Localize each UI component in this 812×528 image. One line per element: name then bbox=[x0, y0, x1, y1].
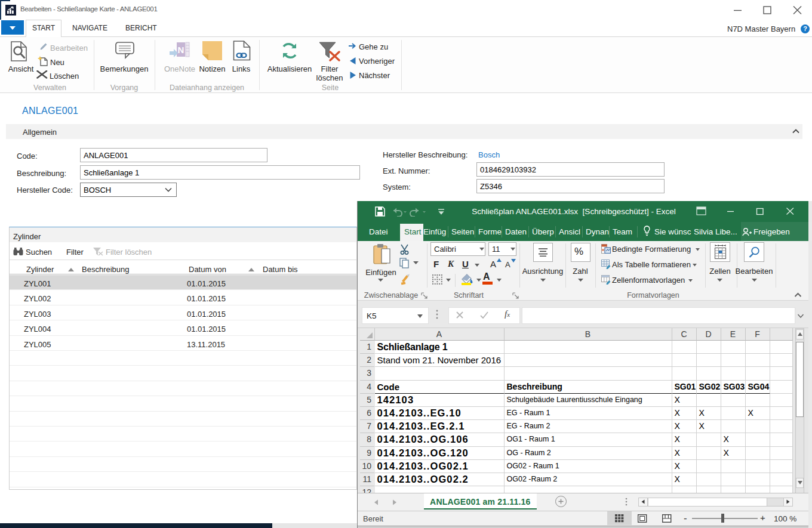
svg-text:N: N bbox=[178, 45, 184, 55]
